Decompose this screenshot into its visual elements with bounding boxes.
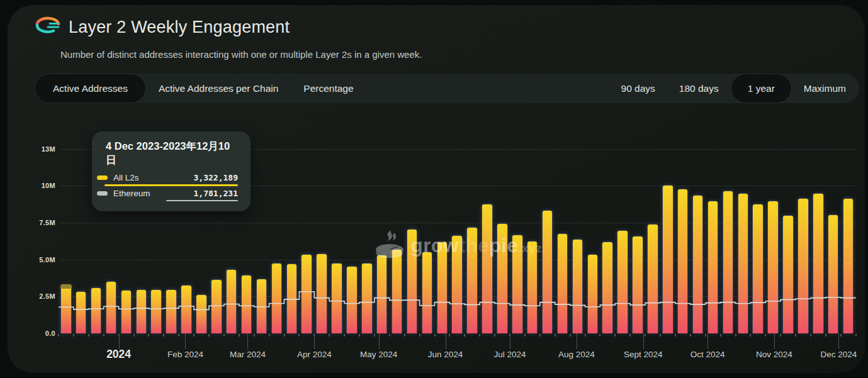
x-axis-minor-tick [855, 334, 857, 336]
x-axis-month-tick [707, 333, 708, 349]
x-axis-minor-tick [464, 334, 465, 336]
bar-week-39[interactable] [647, 224, 658, 333]
bar-week-10[interactable] [211, 279, 222, 333]
series-value: 3,322,189 [194, 173, 238, 182]
bar-week-7[interactable] [166, 289, 177, 334]
bar-week-32[interactable] [542, 210, 553, 333]
x-axis-month-tick [446, 333, 446, 349]
y-axis-tick-label: 13M [29, 145, 55, 153]
x-axis-minor-tick [570, 334, 571, 336]
x-axis-minor-tick [555, 334, 556, 336]
bar-week-11[interactable] [226, 269, 237, 333]
x-axis-minor-tick [148, 334, 149, 336]
x-axis-month-tick [838, 333, 839, 349]
x-axis-minor-tick [344, 334, 345, 336]
bar-week-30[interactable] [512, 235, 523, 333]
x-axis-month-tick [643, 333, 644, 349]
bar-week-18[interactable] [331, 263, 342, 333]
bar-week-5[interactable] [136, 289, 147, 334]
x-axis-minor-tick [239, 334, 240, 336]
x-axis-minor-tick [690, 334, 691, 336]
bar-week-47[interactable] [767, 201, 779, 334]
x-axis-month-tick [185, 333, 186, 349]
bar-week-28[interactable] [482, 204, 493, 333]
bar-week-45[interactable] [738, 193, 749, 333]
bar-week-52[interactable] [843, 198, 854, 333]
bar-week-12[interactable] [241, 275, 252, 333]
x-axis-minor-tick [404, 334, 405, 336]
bar-week-26[interactable] [451, 235, 463, 333]
x-axis-minor-tick [269, 334, 270, 336]
x-axis-minor-tick [389, 334, 390, 336]
x-axis-minor-tick [88, 334, 89, 336]
bar-week-4[interactable] [121, 290, 132, 333]
bar-week-34[interactable] [572, 239, 583, 333]
x-axis-minor-tick [780, 334, 781, 336]
x-axis-minor-tick [494, 334, 495, 336]
bar-week-8[interactable] [181, 285, 192, 333]
x-axis-month-label: Sept 2024 [624, 350, 663, 359]
bar-week-9[interactable] [196, 294, 207, 333]
x-axis-month-label: Dec 2024 [820, 350, 857, 359]
chart-tooltip: 4 Dec 2023-2023年12月10日 All L2s3,322,189E… [92, 131, 251, 211]
series-swatch-icon [97, 191, 108, 196]
bar-week-37[interactable] [617, 230, 628, 334]
bar-week-27[interactable] [466, 227, 478, 333]
bar-week-1[interactable] [76, 291, 87, 333]
series-name: Ethereum [113, 189, 194, 198]
bar-week-25[interactable] [437, 242, 448, 333]
x-axis-month-label: Mar 2024 [230, 350, 266, 359]
bar-week-16[interactable] [301, 254, 312, 333]
bar-week-6[interactable] [150, 289, 162, 333]
x-axis-minor-tick [193, 334, 194, 336]
bar-week-3[interactable] [106, 281, 117, 333]
bar-week-50[interactable] [813, 193, 824, 333]
bar-week-48[interactable] [782, 215, 794, 333]
bar-week-17[interactable] [316, 253, 327, 333]
x-axis-month-label: Feb 2024 [167, 350, 203, 359]
bar-week-31[interactable] [527, 241, 538, 333]
bar-week-22[interactable] [392, 249, 403, 333]
x-axis-minor-tick [298, 334, 300, 336]
x-axis-minor-tick [254, 334, 255, 336]
bar-week-33[interactable] [557, 233, 568, 333]
x-axis-month-label: Nov 2024 [756, 350, 792, 359]
x-axis-minor-tick [795, 334, 796, 336]
bar-week-21[interactable] [376, 255, 388, 333]
x-axis-minor-tick [178, 334, 179, 336]
bar-week-38[interactable] [632, 236, 643, 333]
tooltip-date-range: 4 Dec 2023-2023年12月10日 [92, 140, 251, 172]
x-axis-minor-tick [208, 334, 210, 336]
bar-week-23[interactable] [407, 229, 418, 333]
bar-week-19[interactable] [346, 266, 358, 333]
bar-week-35[interactable] [587, 254, 599, 333]
bar-week-24[interactable] [422, 252, 433, 333]
bar-week-41[interactable] [677, 189, 689, 333]
x-axis-minor-tick [629, 334, 631, 336]
x-axis-month-label: Aug 2024 [558, 350, 595, 359]
bar-week-20[interactable] [361, 263, 373, 333]
series-value-bar [166, 200, 238, 202]
bar-week-49[interactable] [798, 198, 809, 333]
x-axis-month-label: Jun 2024 [428, 350, 463, 359]
bar-week-2[interactable] [91, 287, 102, 333]
tooltip-row: All L2s3,322,189 [92, 172, 251, 182]
bar-week-36[interactable] [602, 242, 613, 333]
x-axis-minor-tick [705, 334, 706, 336]
bar-week-29[interactable] [497, 223, 508, 333]
bar-week-15[interactable] [286, 264, 298, 333]
x-axis-month-tick [577, 333, 577, 349]
bar-week-51[interactable] [828, 214, 839, 333]
x-axis-month-label: Apr 2024 [297, 350, 332, 359]
bar-week-13[interactable] [256, 279, 268, 333]
x-axis-minor-tick [810, 334, 811, 336]
hovered-bar-cap [60, 284, 72, 289]
x-axis-minor-tick [585, 334, 586, 336]
bar-week-44[interactable] [723, 191, 734, 333]
bar-week-14[interactable] [271, 263, 283, 333]
bar-week-43[interactable] [707, 201, 719, 334]
bar-week-46[interactable] [752, 204, 764, 333]
bar-week-40[interactable] [662, 185, 674, 333]
bar-week-42[interactable] [692, 195, 704, 333]
x-axis-minor-tick [73, 334, 74, 336]
